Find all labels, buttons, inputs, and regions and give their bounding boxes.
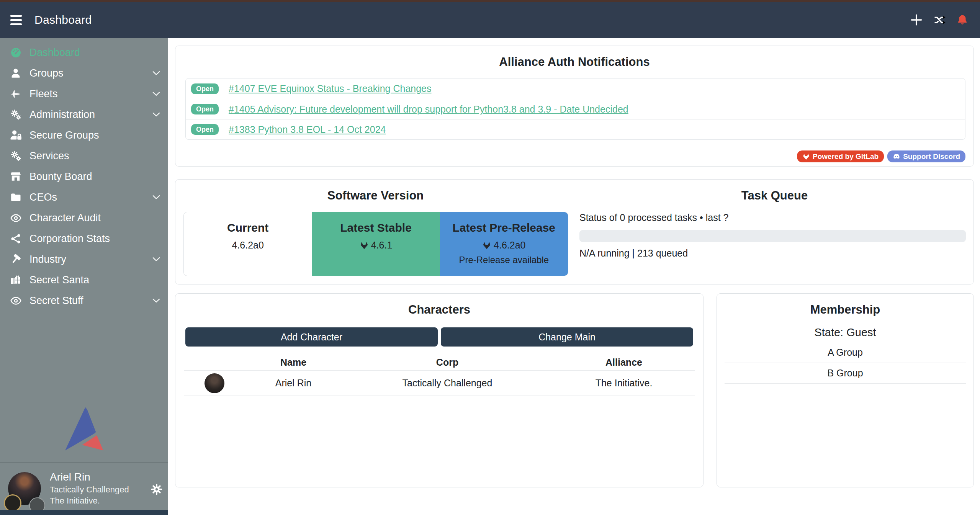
chevron-down-icon <box>151 68 161 78</box>
eye-icon <box>10 212 22 224</box>
chevron-down-icon <box>151 89 161 99</box>
sidebar-item-industry[interactable]: Industry <box>0 249 168 270</box>
gears-icon <box>10 108 22 121</box>
sidebar-item-groups[interactable]: Groups <box>0 63 168 83</box>
user-alliance: The Initiative. <box>50 496 100 506</box>
character-corp: Tactically Challenged <box>342 378 553 389</box>
sidebar-item-secret-stuff[interactable]: Secret Stuff <box>0 290 168 311</box>
notification-row: Open #1405 Advisory: Future development … <box>186 99 965 119</box>
share-nodes-icon <box>10 232 22 245</box>
task-queue-title: Task Queue <box>576 189 973 203</box>
sidebar-item-corporation-stats[interactable]: Corporation Stats <box>0 228 168 249</box>
sidebar-item-ceos[interactable]: CEOs <box>0 187 168 208</box>
alliance-logo-badge <box>29 497 45 510</box>
task-queue-section: Task Queue Status of 0 processed tasks •… <box>576 180 973 284</box>
notification-link[interactable]: #1405 Advisory: Future development will … <box>229 104 628 115</box>
sidebar-item-character-audit[interactable]: Character Audit <box>0 208 168 228</box>
shuffle-icon[interactable] <box>933 13 946 26</box>
version-box-current: Current 4.6.2a0 <box>184 212 312 276</box>
status-badge: Open <box>191 83 219 94</box>
status-badge: Open <box>191 124 219 135</box>
user-panel: Ariel Rin Tactically Challenged The Init… <box>0 463 168 510</box>
sidebar: Dashboard Groups Fleets Administration S… <box>0 38 168 510</box>
character-row: Ariel Rin Tactically Challenged The Init… <box>184 370 695 396</box>
characters-panel: Characters Add Character Change Main Nam… <box>175 293 704 487</box>
add-icon[interactable] <box>910 13 923 27</box>
membership-state: State: Guest <box>717 326 973 339</box>
folder-icon <box>10 191 22 203</box>
notification-link[interactable]: #1407 EVE Equinox Status - Breaking Chan… <box>229 83 432 94</box>
chevron-down-icon <box>151 254 161 264</box>
version-box-stable: Latest Stable 4.6.1 <box>312 212 440 276</box>
notification-link[interactable]: #1383 Python 3.8 EOL - 14 Oct 2024 <box>229 124 386 135</box>
membership-panel: Membership State: Guest A Group B Group <box>717 293 974 487</box>
alliance-auth-logo <box>61 404 106 455</box>
header-alliance: Alliance <box>553 357 695 368</box>
gauge-icon <box>10 46 22 59</box>
membership-group: A Group <box>725 342 966 363</box>
membership-group: B Group <box>725 363 966 384</box>
notification-row: Open #1407 EVE Equinox Status - Breaking… <box>186 78 965 99</box>
task-queue-counts: N/A running | 213 queued <box>579 248 688 259</box>
sidebar-item-bounty-board[interactable]: Bounty Board <box>0 166 168 187</box>
characters-table-header: Name Corp Alliance <box>184 354 695 370</box>
gitlab-tanuki-icon <box>360 241 369 250</box>
characters-table: Name Corp Alliance Ariel Rin Tactically … <box>184 354 695 396</box>
sidebar-item-services[interactable]: Services <box>0 146 168 166</box>
header-corp: Corp <box>342 357 553 368</box>
header-name: Name <box>245 357 342 368</box>
notifications-list: Open #1407 EVE Equinox Status - Breaking… <box>185 78 965 140</box>
add-character-button[interactable]: Add Character <box>185 327 438 347</box>
character-name: Ariel Rin <box>245 378 342 389</box>
sidebar-item-dashboard[interactable]: Dashboard <box>0 42 168 63</box>
change-main-button[interactable]: Change Main <box>441 327 693 347</box>
character-alliance: The Initiative. <box>553 378 695 389</box>
chevron-down-icon <box>151 296 161 306</box>
powered-by-gitlab-badge[interactable]: Powered by GitLab <box>797 150 884 162</box>
sidebar-item-fleets[interactable]: Fleets <box>0 83 168 104</box>
menu-toggle-button[interactable] <box>10 13 22 28</box>
gitlab-tanuki-icon <box>802 153 810 160</box>
characters-title: Characters <box>175 303 703 317</box>
chevron-down-icon <box>151 192 161 202</box>
eye-icon <box>10 294 22 307</box>
chevron-down-icon <box>151 110 161 119</box>
user-corp: Tactically Challenged <box>50 485 129 495</box>
user-settings-gear-icon[interactable] <box>150 483 163 496</box>
top-navbar: Dashboard <box>0 2 980 38</box>
software-version-section: Software Version Current 4.6.2a0 Latest … <box>175 180 576 284</box>
sidebar-footer-strip <box>0 510 168 515</box>
store-icon <box>10 170 22 183</box>
gitlab-tanuki-icon <box>482 241 491 250</box>
dashboard-page: Dashboard Dashboard Groups Fleets <box>0 0 980 515</box>
fighter-jet-icon <box>10 88 22 100</box>
notification-bell-icon[interactable] <box>956 14 969 26</box>
notifications-title: Alliance Auth Notifications <box>175 55 973 69</box>
sidebar-item-administration[interactable]: Administration <box>0 104 168 125</box>
sidebar-item-secure-groups[interactable]: Secure Groups <box>0 125 168 146</box>
version-boxes: Current 4.6.2a0 Latest Stable 4.6.1 Late… <box>183 212 568 276</box>
task-queue-status: Status of 0 processed tasks • last ? <box>579 212 729 223</box>
discord-icon <box>893 153 900 160</box>
hammer-icon <box>10 253 22 265</box>
software-version-title: Software Version <box>175 189 576 203</box>
software-task-panel: Software Version Current 4.6.2a0 Latest … <box>175 179 974 284</box>
user-icon <box>10 67 22 79</box>
membership-title: Membership <box>717 303 973 317</box>
task-queue-progress-bar <box>579 230 966 242</box>
user-name: Ariel Rin <box>50 471 90 483</box>
page-title: Dashboard <box>34 13 92 26</box>
sidebar-item-secret-santa[interactable]: Secret Santa <box>0 270 168 290</box>
gifts-icon <box>10 274 22 286</box>
character-avatar <box>205 373 224 393</box>
notification-row: Open #1383 Python 3.8 EOL - 14 Oct 2024 <box>186 119 965 139</box>
support-discord-badge[interactable]: Support Discord <box>887 150 965 162</box>
membership-group-list: A Group B Group <box>725 342 966 384</box>
user-lock-icon <box>10 129 22 141</box>
status-badge: Open <box>191 104 219 114</box>
version-box-prerelease: Latest Pre-Release 4.6.2a0 Pre-Release a… <box>440 212 568 276</box>
gears-icon <box>10 150 22 162</box>
main-content: Alliance Auth Notifications Open #1407 E… <box>168 38 980 515</box>
notifications-panel: Alliance Auth Notifications Open #1407 E… <box>175 46 974 167</box>
corp-logo-badge <box>4 494 21 510</box>
